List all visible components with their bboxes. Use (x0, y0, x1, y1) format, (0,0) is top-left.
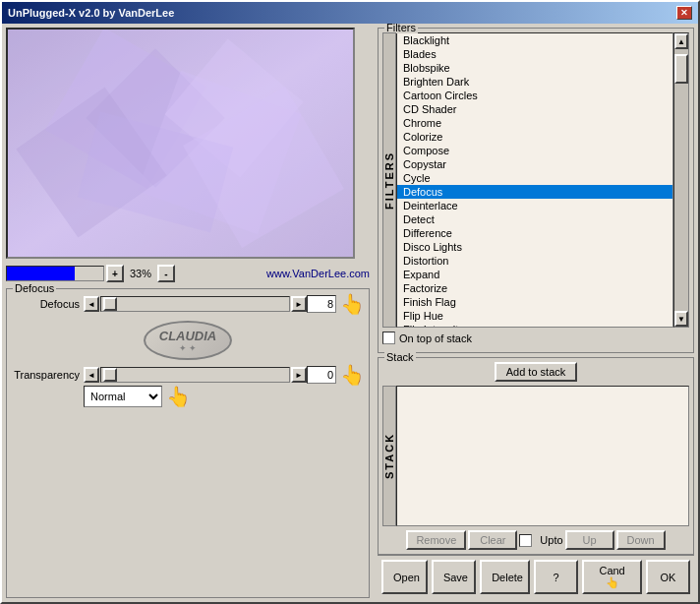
upto-checkbox[interactable] (519, 534, 532, 547)
defocus-label: Defocus (11, 298, 80, 310)
down-button[interactable]: Down (616, 530, 666, 550)
filter-list-item[interactable]: Flip Intensity (397, 323, 672, 328)
title-buttons: ✕ (676, 6, 692, 20)
title-bar: UnPlugged-X v2.0 by VanDerLee ✕ (2, 2, 698, 24)
ontop-checkbox[interactable] (382, 332, 395, 344)
remove-button[interactable]: Remove (406, 530, 466, 550)
transparency-right-arrow[interactable]: ► (291, 367, 307, 383)
help-button[interactable]: ? (534, 560, 578, 594)
filter-list-item[interactable]: Expand (397, 268, 672, 281)
filters-group: Filters FILTERS BlacklightBladesBlobspik… (378, 28, 694, 353)
filter-list-item[interactable]: Disco Lights (397, 240, 672, 254)
logo-text: CLAUDIA (159, 329, 217, 343)
stack-content: STACK (382, 386, 689, 526)
filter-list-item[interactable]: Finish Flag (397, 295, 672, 309)
progress-fill (7, 267, 75, 280)
defocus-right-arrow[interactable]: ► (291, 296, 307, 312)
filter-list-item[interactable]: Distortion (397, 254, 672, 268)
scroll-up-button[interactable]: ▲ (674, 33, 688, 49)
filter-list-item[interactable]: Difference (397, 226, 672, 240)
filter-list-item[interactable]: Factorize (397, 281, 672, 295)
hand-cursor-icon-2: 👆 (340, 363, 365, 387)
filters-list[interactable]: BlacklightBladesBlobspikeBrighten DarkCa… (396, 32, 673, 328)
stack-buttons: Remove Clear Upto Up Down (382, 530, 689, 550)
mode-row: Normal Dissolve Multiply Screen Overlay … (11, 386, 365, 407)
delete-button[interactable]: Delete (480, 560, 530, 594)
preview-canvas (6, 28, 355, 259)
zoom-bar: + 33% - www.VanDerLee.com (6, 263, 370, 284)
right-panel: Filters FILTERS BlacklightBladesBlobspik… (374, 24, 698, 602)
main-window: UnPlugged-X v2.0 by VanDerLee ✕ (0, 0, 700, 604)
zoom-plus-button[interactable]: + (106, 265, 124, 282)
transparency-left-arrow[interactable]: ◄ (84, 367, 99, 383)
add-to-stack-button[interactable]: Add to stack (495, 362, 578, 382)
ontop-label: On top of stack (399, 332, 472, 344)
logo-oval: CLAUDIA ✦ ✦ (144, 321, 232, 360)
transparency-row: Transparency ◄ ► 0 👆 (11, 364, 365, 386)
transparency-slider[interactable] (100, 367, 290, 383)
main-content: + 33% - www.VanDerLee.com Defocus Defocu… (2, 24, 698, 602)
filter-list-item[interactable]: Copystar (397, 157, 672, 171)
hand-cursor-icon: 👆 (340, 292, 365, 316)
filter-list-item[interactable]: Compose (397, 144, 672, 157)
defocus-param-row: Defocus ◄ ► 8 👆 (11, 293, 365, 315)
transparency-label: Transparency (11, 369, 80, 381)
stack-group: Stack Add to stack STACK Remove Clear Up… (378, 357, 694, 555)
defocus-thumb (103, 297, 117, 311)
progress-bar (6, 266, 104, 281)
open-button[interactable]: Open (381, 560, 428, 594)
filters-scrollbar[interactable]: ▲ ▼ (673, 32, 689, 328)
defocus-value-input[interactable]: 8 (307, 295, 336, 313)
filter-list-item[interactable]: Chrome (397, 116, 672, 130)
save-button[interactable]: Save (432, 560, 476, 594)
filters-vertical-label: FILTERS (382, 32, 396, 328)
website-label: www.VanDerLee.com (266, 268, 370, 279)
ontop-row: On top of stack (382, 328, 689, 348)
upto-row: Upto (519, 530, 562, 550)
filter-list-item[interactable]: Blacklight (397, 33, 672, 47)
filter-list-item[interactable]: Blobspike (397, 61, 672, 75)
filter-params-label: Defocus (13, 282, 56, 294)
filter-list-item[interactable]: Deinterlace (397, 199, 672, 212)
left-panel: + 33% - www.VanDerLee.com Defocus Defocu… (2, 24, 374, 602)
transparency-thumb (103, 368, 117, 382)
transparency-value-input[interactable]: 0 (307, 366, 336, 384)
ok-button[interactable]: OK (646, 560, 690, 594)
hand-cursor-icon-3: 👆 (166, 385, 191, 408)
filter-list-item[interactable]: Detect (397, 212, 672, 226)
stack-group-label: Stack (384, 351, 416, 363)
bottom-row: Open Save Delete ? Cand 👆 OK (378, 555, 694, 598)
cancel-button[interactable]: Cand 👆 (582, 560, 642, 594)
hand-icon-cancel: 👆 (606, 576, 619, 588)
scroll-thumb[interactable] (674, 54, 688, 84)
svg-rect-8 (8, 30, 355, 259)
window-title: UnPlugged-X v2.0 by VanDerLee (8, 7, 174, 19)
zoom-minus-button[interactable]: - (157, 265, 175, 282)
filters-list-container: FILTERS BlacklightBladesBlobspikeBrighte… (382, 32, 689, 328)
close-button[interactable]: ✕ (676, 6, 692, 20)
logo-area: CLAUDIA ✦ ✦ (11, 321, 365, 360)
filter-list-item[interactable]: Brighten Dark (397, 75, 672, 89)
stack-list (396, 386, 689, 526)
filter-list-item[interactable]: Colorize (397, 130, 672, 144)
filter-list-item[interactable]: Blades (397, 47, 672, 61)
filter-params-box: Defocus Defocus ◄ ► 8 👆 CLAUDIA (6, 288, 370, 598)
filter-list-item[interactable]: Cartoon Circles (397, 89, 672, 102)
filter-list-item[interactable]: Defocus (397, 185, 672, 199)
blend-mode-select[interactable]: Normal Dissolve Multiply Screen Overlay (84, 386, 162, 407)
zoom-percent: 33% (126, 268, 155, 279)
up-button[interactable]: Up (565, 530, 614, 550)
scroll-down-button[interactable]: ▼ (674, 311, 688, 327)
logo-sub: ✦ ✦ (179, 343, 198, 353)
stack-vertical-label: STACK (382, 386, 396, 526)
filter-list-item[interactable]: Flip Hue (397, 309, 672, 323)
filter-list-item[interactable]: CD Shader (397, 102, 672, 116)
scroll-track (674, 49, 688, 311)
filter-list-item[interactable]: Cycle (397, 171, 672, 185)
defocus-slider[interactable] (100, 296, 290, 312)
clear-button[interactable]: Clear (468, 530, 517, 550)
upto-label: Upto (540, 534, 562, 546)
defocus-left-arrow[interactable]: ◄ (84, 296, 99, 312)
